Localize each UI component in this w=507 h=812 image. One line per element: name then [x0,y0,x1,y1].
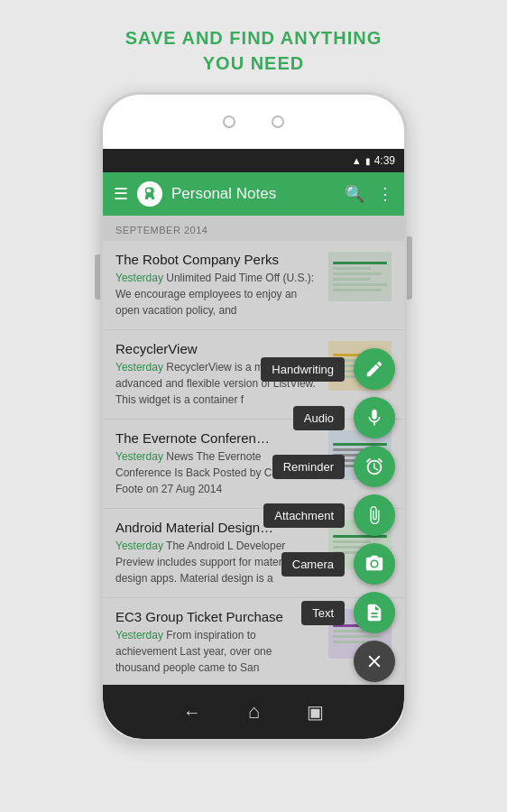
fab-label-text: Text [301,601,345,625]
clock: 4:39 [374,154,395,167]
fab-menu: Handwriting Audio [261,348,395,685]
fab-btn-handwriting[interactable] [354,348,395,390]
menu-icon[interactable]: ☰ [114,184,128,204]
fab-btn-close[interactable] [354,641,395,682]
phone-bottom-bar [103,685,404,739]
fab-label-audio: Audio [293,406,345,430]
battery-icon: ▮ [365,156,371,166]
note-date-4: Yesterday [115,540,163,552]
home-button[interactable] [248,700,260,724]
section-header: SEPTEMBER 2014 [103,216,404,241]
fab-btn-attachment[interactable] [354,494,395,536]
app-bar: ☰ Personal Notes 🔍 ⋮ [103,172,404,216]
search-icon[interactable]: 🔍 [345,184,364,204]
mic-icon [364,408,384,428]
fab-btn-camera[interactable] [354,543,395,585]
fab-item-text[interactable]: Text [301,592,395,633]
status-bar: ▲ ▮ 4:39 [103,149,404,172]
fab-item-reminder[interactable]: Reminder [272,446,395,487]
fab-item-close[interactable] [354,641,395,682]
note-date-2: Yesterday [115,361,163,374]
close-icon [364,651,384,671]
fab-item-camera[interactable]: Camera [281,543,395,585]
paperclip-icon [364,505,384,525]
alarm-icon [364,457,384,476]
phone-top-bar [103,95,404,149]
fab-item-attachment[interactable]: Attachment [263,494,395,536]
phone-screen: ▲ ▮ 4:39 ☰ Personal Notes 🔍 ⋮ [103,149,404,685]
app-title: Personal Notes [171,185,336,203]
status-icons: ▲ ▮ 4:39 [352,154,395,167]
text-icon [364,603,384,623]
wifi-icon: ▲ [352,155,362,166]
phone-frame: ▲ ▮ 4:39 ☰ Personal Notes 🔍 ⋮ [100,92,407,742]
camera-icon [364,554,384,574]
note-content-1: The Robot Company Perks Yesterday Unlimi… [115,252,319,318]
note-item-1[interactable]: The Robot Company Perks Yesterday Unlimi… [103,241,404,330]
header-title2: YOU NEED [125,51,383,76]
more-options-icon[interactable]: ⋮ [377,184,393,204]
note-thumb-1 [328,252,392,301]
page-header: SAVE AND FIND ANYTHING YOU NEED [125,25,383,76]
recent-apps-button[interactable] [307,701,324,723]
fab-btn-audio[interactable] [354,397,395,438]
back-button[interactable] [183,702,201,723]
fab-btn-reminder[interactable] [354,446,395,487]
svg-point-0 [372,561,377,567]
speaker [272,115,284,128]
note-meta-1: Yesterday Unlimited Paid Time Off (U.S.)… [115,270,319,318]
fab-label-attachment: Attachment [263,503,345,528]
fab-item-handwriting[interactable]: Handwriting [261,348,395,390]
fab-label-reminder: Reminder [272,455,345,479]
fab-item-audio[interactable]: Audio [293,397,395,438]
header-title: SAVE AND FIND ANYTHING [125,25,383,51]
content-area: SEPTEMBER 2014 The Robot Company Perks Y… [103,216,404,685]
power-button [407,236,412,300]
note-title-1: The Robot Company Perks [115,252,319,267]
app-bar-icons: 🔍 ⋮ [345,184,393,204]
phone-mockup: ▲ ▮ 4:39 ☰ Personal Notes 🔍 ⋮ [100,92,407,742]
fab-label-handwriting: Handwriting [261,357,345,382]
note-date-5: Yesterday [115,629,163,641]
pen-icon [364,359,384,379]
fab-label-camera: Camera [281,552,345,577]
note-date-1: Yesterday [115,272,163,284]
front-camera [223,115,235,128]
evernote-logo [137,181,162,207]
note-date-3: Yesterday [115,450,163,463]
fab-btn-text[interactable] [354,592,395,633]
